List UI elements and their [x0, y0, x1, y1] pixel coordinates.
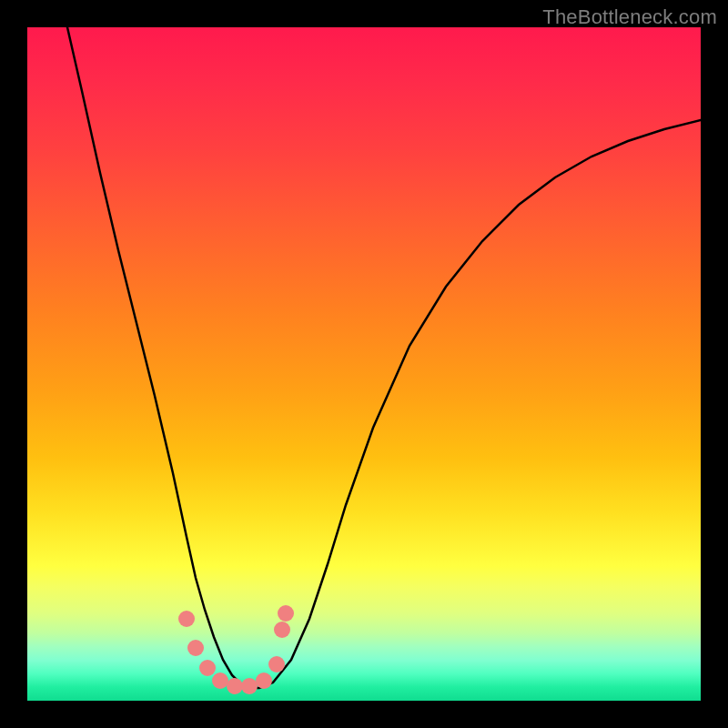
- curve-marker: [268, 656, 285, 672]
- bottleneck-curve: [67, 27, 701, 688]
- curve-marker: [241, 678, 258, 694]
- curve-marker: [178, 611, 195, 627]
- curve-marker: [278, 605, 294, 622]
- chart-frame: TheBottleneck.com: [0, 0, 728, 728]
- curve-svg: [27, 27, 701, 701]
- curve-marker: [187, 640, 204, 656]
- watermark-text: TheBottleneck.com: [542, 5, 717, 29]
- curve-marker: [212, 672, 228, 689]
- curve-marker: [227, 678, 243, 694]
- curve-marker: [199, 660, 216, 676]
- plot-area: [27, 27, 701, 701]
- curve-marker: [274, 622, 290, 638]
- curve-marker: [256, 672, 272, 689]
- curve-markers: [178, 605, 294, 694]
